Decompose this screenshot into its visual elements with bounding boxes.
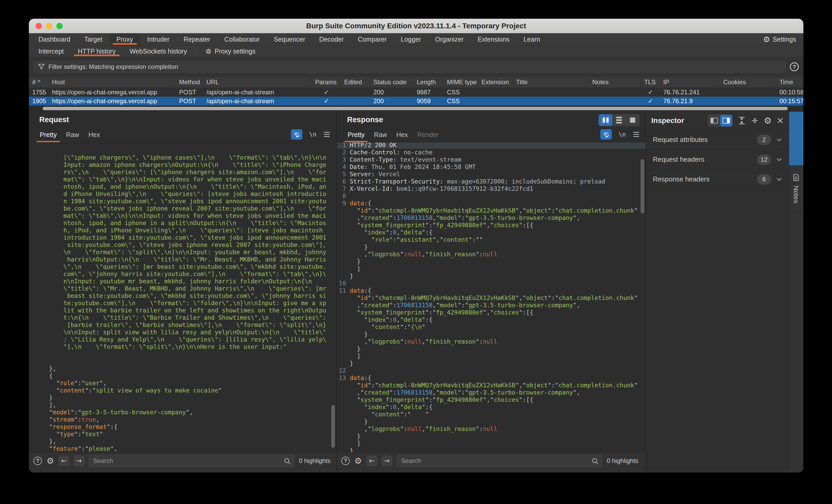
tab-hex[interactable]: Hex [84,131,105,142]
word-wrap-toggle-icon[interactable] [291,129,303,139]
close-icon[interactable] [777,117,784,124]
side-tab-inspector[interactable]: Inspector [789,112,803,165]
menu-item-decoder[interactable]: Decoder [312,33,351,46]
menu-item-label: Repeater [184,35,210,43]
menu-item-intruder[interactable]: Intruder [140,33,177,46]
menu-item-organizer[interactable]: Organizer [428,33,471,46]
table-hscrollbar[interactable] [29,106,803,111]
chevron-down-icon[interactable] [776,178,782,181]
tab-raw[interactable]: Raw [61,131,84,142]
column-header-mime-type[interactable]: MIME type [444,77,478,87]
menu-item-repeater[interactable]: Repeater [177,33,217,46]
tab-raw[interactable]: Raw [369,131,392,142]
inspector-title: Inspector [651,116,684,125]
table-row[interactable]: 1905https://open-ai-chat-omega.vercel.ap… [29,97,803,106]
request-editor[interactable]: [\"iphone chargers\", \"iphone cases\"],… [29,142,336,452]
dock-right-button[interactable] [720,115,732,126]
chevron-down-icon[interactable] [776,158,782,161]
column-header-ip[interactable]: IP [660,77,720,87]
menu-item-extensions[interactable]: Extensions [471,33,516,46]
search-input[interactable] [89,455,294,467]
menu-item-target[interactable]: Target [77,33,109,46]
tab-intercept[interactable]: Intercept [31,46,71,57]
newline-display-icon[interactable]: \n [619,131,626,138]
column-header-length[interactable]: Length [413,77,444,87]
zoom-window-button[interactable] [56,23,63,29]
hscrollbar-thumb[interactable] [43,107,788,110]
tab-proxy-settings[interactable]: ⚙ Proxy settings [199,46,262,57]
dock-left-button[interactable] [708,115,720,126]
word-wrap-toggle-icon[interactable] [600,129,612,139]
menu-item-proxy[interactable]: Proxy [109,33,140,46]
column-header-params[interactable]: Params [312,77,341,87]
layout-single-button[interactable] [626,114,639,126]
side-tab-notes[interactable]: Notes [789,170,803,212]
settings-button[interactable]: ⚙ Settings [763,33,803,46]
tab-hex[interactable]: Hex [392,131,412,142]
tab-pretty[interactable]: Pretty [343,131,369,142]
menu-item-comparer[interactable]: Comparer [351,33,394,46]
layout-stacked-button[interactable] [612,114,626,126]
filter-settings-bar[interactable]: Filter settings: Matching expression com… [33,61,786,73]
inspector-settings-gear-icon[interactable]: ⚙ [764,115,772,126]
inspector-section-request-attributes[interactable]: Request attributes2 [646,130,789,150]
previous-match-button[interactable]: ← [59,456,69,466]
table-cell: POST [176,88,203,97]
next-match-button[interactable]: → [74,456,84,466]
menu-item-logger[interactable]: Logger [394,33,428,46]
search-input[interactable] [397,455,602,467]
column-header-notes[interactable]: Notes [589,77,641,87]
column-header-edited[interactable]: Edited [341,77,370,87]
response-search-field[interactable] [397,455,602,467]
column-header-title[interactable]: Title [513,77,589,87]
menu-item-sequencer[interactable]: Sequencer [267,33,312,46]
previous-match-button[interactable]: ← [367,456,377,466]
line-content: ,"created":1706813158,"model":"gpt-3.5-t… [350,389,580,396]
request-vscrollbar-thumb[interactable] [331,405,335,448]
request-search-field[interactable] [89,455,294,467]
editor-menu-icon[interactable] [323,131,331,137]
menu-item-dashboard[interactable]: Dashboard [31,33,77,46]
inspector-section-response-headers[interactable]: Response headers6 [646,169,789,189]
column-header-tls[interactable]: TLS [641,77,660,87]
table-cell: 9059 [413,97,444,106]
column-header-extension[interactable]: Extension [478,77,513,87]
menu-item-learn[interactable]: Learn [516,33,547,46]
tab-pretty[interactable]: Pretty [35,131,61,142]
tab-http-history[interactable]: HTTP history [71,46,123,57]
search-settings-gear-icon[interactable]: ⚙ [47,456,54,466]
expand-all-icon[interactable] [738,116,746,125]
editor-menu-icon[interactable] [632,131,640,137]
column-header-status-code[interactable]: Status code [370,77,413,87]
code-line: \",\n \"queries\": [mr beast site:youtub… [63,263,336,270]
response-vscrollbar-thumb[interactable] [641,159,644,213]
next-match-button[interactable]: → [382,456,392,466]
chevron-down-icon[interactable] [776,138,782,142]
help-icon[interactable]: ? [341,457,350,465]
inspector-section-request-headers[interactable]: Request headers12 [646,150,789,169]
menu-item-collaborator[interactable]: Collaborator [217,33,267,46]
response-editor[interactable]: 1HTTP/2 200 OK2Cache-Control: no-cache3C… [337,142,646,452]
column-header-method[interactable]: Method [176,77,203,87]
window-controls[interactable] [35,23,63,29]
column-header--[interactable]: # ^ [29,77,49,87]
help-icon[interactable]: ? [790,62,799,71]
collapse-all-icon[interactable] [751,116,759,125]
line-content: } [350,447,353,452]
newline-display-icon[interactable]: \n [309,131,316,138]
tab-websockets-history[interactable]: WebSockets history [123,46,194,57]
column-header-host[interactable]: Host [49,77,176,87]
column-header-time[interactable]: Time [776,77,803,87]
table-row[interactable]: 1755https://open-ai-chat-omega.vercel.ap… [29,88,803,97]
side-tab-strip: Inspector Notes [789,111,803,473]
help-icon[interactable]: ? [33,457,42,465]
minimize-window-button[interactable] [46,23,52,29]
line-number [337,432,350,440]
close-window-button[interactable] [35,23,42,29]
layout-side-by-side-button[interactable] [599,114,612,126]
column-header-cookies[interactable]: Cookies [720,77,776,87]
tab-render[interactable]: Render [413,131,443,142]
http-history-header-row[interactable]: # ^HostMethodURLParamsEditedStatus codeL… [29,76,803,88]
search-settings-gear-icon[interactable]: ⚙ [355,456,362,466]
column-header-url[interactable]: URL [203,77,312,87]
